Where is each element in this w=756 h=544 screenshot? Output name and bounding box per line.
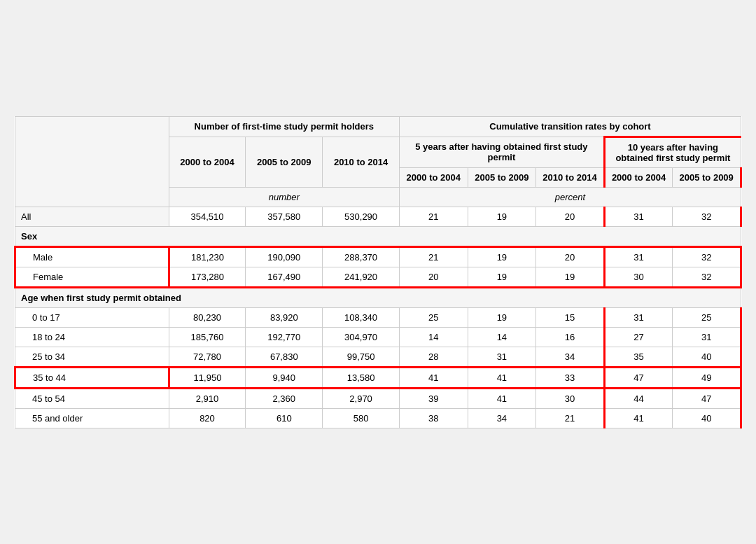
- num-2005-cell: 357,580: [246, 207, 323, 226]
- col-2010-2014-num: 2010 to 2014: [323, 137, 400, 187]
- pct5-2005-cell: 41: [468, 388, 536, 408]
- pct10-2005-cell: 32: [673, 207, 741, 226]
- num-2000-cell: 181,230: [169, 246, 246, 267]
- num-2010-cell: 2,970: [323, 388, 400, 408]
- num-2005-cell: 192,770: [246, 327, 323, 347]
- num-2005-cell: 83,920: [246, 307, 323, 327]
- pct5-2010-cell: 19: [536, 267, 605, 287]
- pct5-2005-cell: 14: [468, 327, 536, 347]
- main-table: Number of first-time study permit holder…: [14, 116, 742, 428]
- pct10-2005-cell: 31: [673, 327, 741, 347]
- row-label: 0 to 17: [15, 307, 169, 327]
- pct10-2000-cell: 47: [604, 367, 673, 388]
- row-label: 45 to 54: [15, 388, 169, 408]
- pct10-2000-cell: 30: [604, 267, 673, 287]
- pct5-2005-cell: 19: [468, 246, 536, 267]
- unit-number: number: [169, 187, 399, 207]
- row-label: 35 to 44: [15, 367, 169, 388]
- num-2000-cell: 354,510: [169, 207, 246, 226]
- pct5-2010-cell: 20: [536, 246, 605, 267]
- num-2005-cell: 190,090: [246, 246, 323, 267]
- pct10-2005-cell: 49: [673, 367, 741, 388]
- pct10-2000-cell: 44: [604, 388, 673, 408]
- pct10-2000-cell: 31: [604, 246, 673, 267]
- row-label: Female: [15, 267, 169, 287]
- row-label: 55 and older: [15, 408, 169, 428]
- pct10-2005-cell: 32: [673, 246, 741, 267]
- 5year-header: 5 years after having obtained first stud…: [399, 137, 604, 167]
- pct10-2005-cell: 40: [673, 408, 741, 428]
- num-2005-cell: 2,360: [246, 388, 323, 408]
- table-container: Number of first-time study permit holder…: [14, 116, 742, 428]
- pct5-2000-cell: 20: [399, 267, 468, 287]
- num-2010-cell: 108,340: [323, 307, 400, 327]
- pct10-2000-cell: 31: [604, 207, 673, 226]
- pct5-2010-cell: 33: [536, 367, 605, 388]
- 10yr-2000-2004: 2000 to 2004: [604, 167, 673, 187]
- num-2005-cell: 9,940: [246, 367, 323, 388]
- pct5-2000-cell: 21: [399, 207, 468, 226]
- 5yr-2000-2004: 2000 to 2004: [399, 167, 468, 187]
- pct5-2000-cell: 21: [399, 246, 468, 267]
- num-2010-cell: 13,580: [323, 367, 400, 388]
- 10yr-2005-2009: 2005 to 2009: [673, 167, 741, 187]
- row-label: 25 to 34: [15, 347, 169, 367]
- section-header: Age when first study permit obtained: [15, 287, 741, 307]
- pct10-2005-cell: 40: [673, 347, 741, 367]
- col-2005-2009-num: 2005 to 2009: [246, 137, 323, 187]
- num-2010-cell: 304,970: [323, 327, 400, 347]
- pct5-2000-cell: 39: [399, 388, 468, 408]
- num-2000-cell: 72,780: [169, 347, 246, 367]
- pct10-2005-cell: 25: [673, 307, 741, 327]
- pct10-2000-cell: 31: [604, 307, 673, 327]
- pct5-2005-cell: 19: [468, 307, 536, 327]
- pct10-2005-cell: 47: [673, 388, 741, 408]
- pct5-2005-cell: 19: [468, 267, 536, 287]
- num-2005-cell: 167,490: [246, 267, 323, 287]
- pct5-2010-cell: 16: [536, 327, 605, 347]
- col-2000-2004-num: 2000 to 2004: [169, 137, 246, 187]
- num-2010-cell: 530,290: [323, 207, 400, 226]
- cumulative-transition-header: Cumulative transition rates by cohort: [399, 116, 741, 137]
- num-2000-cell: 173,280: [169, 267, 246, 287]
- num-2005-cell: 67,830: [246, 347, 323, 367]
- num-2000-cell: 185,760: [169, 327, 246, 347]
- row-label: Male: [15, 246, 169, 267]
- section-header: Sex: [15, 226, 741, 246]
- num-2000-cell: 11,950: [169, 367, 246, 388]
- 10year-header: 10 years after having obtained first stu…: [604, 137, 741, 167]
- pct5-2005-cell: 41: [468, 367, 536, 388]
- pct10-2000-cell: 27: [604, 327, 673, 347]
- num-2000-cell: 80,230: [169, 307, 246, 327]
- 5yr-2005-2009: 2005 to 2009: [468, 167, 536, 187]
- num-2010-cell: 580: [323, 408, 400, 428]
- empty-header: [15, 116, 169, 207]
- pct5-2000-cell: 41: [399, 367, 468, 388]
- num-2010-cell: 288,370: [323, 246, 400, 267]
- row-label: 18 to 24: [15, 327, 169, 347]
- pct5-2005-cell: 31: [468, 347, 536, 367]
- pct10-2000-cell: 35: [604, 347, 673, 367]
- pct5-2010-cell: 21: [536, 408, 605, 428]
- pct10-2005-cell: 32: [673, 267, 741, 287]
- pct5-2000-cell: 14: [399, 327, 468, 347]
- pct5-2005-cell: 34: [468, 408, 536, 428]
- row-label: All: [15, 207, 169, 226]
- pct10-2000-cell: 41: [604, 408, 673, 428]
- pct5-2000-cell: 25: [399, 307, 468, 327]
- pct5-2010-cell: 34: [536, 347, 605, 367]
- num-2010-cell: 99,750: [323, 347, 400, 367]
- num-2010-cell: 241,920: [323, 267, 400, 287]
- pct5-2000-cell: 28: [399, 347, 468, 367]
- unit-percent: percent: [399, 187, 741, 207]
- num-2000-cell: 820: [169, 408, 246, 428]
- num-2000-cell: 2,910: [169, 388, 246, 408]
- pct5-2000-cell: 38: [399, 408, 468, 428]
- pct5-2010-cell: 20: [536, 207, 605, 226]
- num-2005-cell: 610: [246, 408, 323, 428]
- 5yr-2010-2014: 2010 to 2014: [536, 167, 605, 187]
- first-study-permit-header: Number of first-time study permit holder…: [169, 116, 399, 137]
- pct5-2005-cell: 19: [468, 207, 536, 226]
- pct5-2010-cell: 15: [536, 307, 605, 327]
- pct5-2010-cell: 30: [536, 388, 605, 408]
